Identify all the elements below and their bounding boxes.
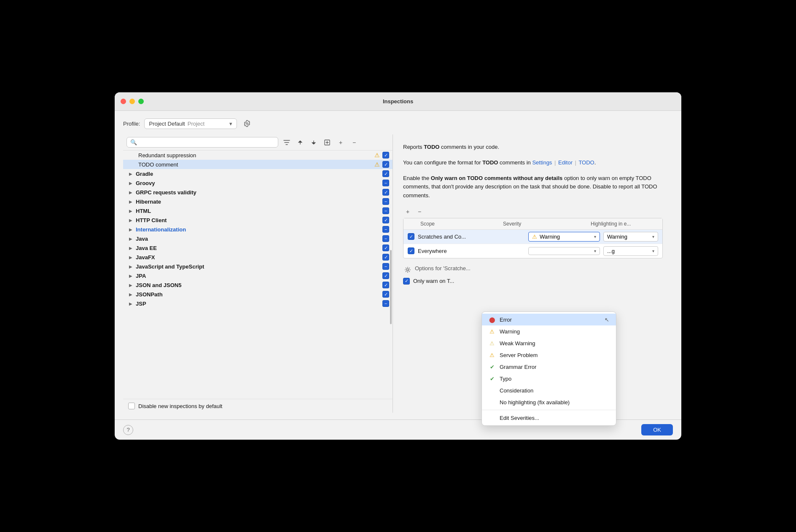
tree-item-gradle[interactable]: ▶ Gradle ✓ bbox=[123, 169, 393, 178]
only-warn-option: ✓ Only warn on T... bbox=[403, 278, 663, 285]
editor-link[interactable]: Editor bbox=[558, 159, 573, 166]
tree-item-jsp[interactable]: ▶ JSP − bbox=[123, 299, 393, 308]
grammar-error-icon: ✔ bbox=[489, 363, 495, 370]
item-label: JavaScript and TypeScript bbox=[136, 263, 380, 270]
item-checkbox[interactable]: ✓ bbox=[382, 245, 389, 251]
highlight-dropdown[interactable]: Warning ▾ bbox=[603, 232, 658, 242]
item-checkbox[interactable]: − bbox=[382, 263, 389, 270]
scope-table: Scope Severity Highlighting in e... ✓ Sc… bbox=[403, 218, 663, 258]
item-checkbox[interactable]: − bbox=[382, 226, 389, 233]
item-label: Gradle bbox=[136, 171, 380, 177]
expand-button[interactable] bbox=[322, 137, 332, 148]
tree-item-js-ts[interactable]: ▶ JavaScript and TypeScript − bbox=[123, 262, 393, 271]
disable-new-inspections-checkbox[interactable] bbox=[128, 403, 135, 409]
add-button[interactable]: + bbox=[336, 137, 346, 148]
ok-button[interactable]: OK bbox=[641, 424, 673, 435]
scope-settings-button[interactable] bbox=[403, 265, 412, 274]
severity-dropdown[interactable]: ⚠ Warning ▾ bbox=[528, 232, 600, 242]
item-checkbox[interactable]: ✓ bbox=[382, 291, 389, 298]
item-label: JavaFX bbox=[136, 254, 380, 261]
item-checkbox[interactable]: ✓ bbox=[382, 217, 389, 223]
item-checkbox[interactable]: ✓ bbox=[382, 254, 389, 261]
popup-item-server-problem[interactable]: ⚠ Server Problem bbox=[482, 349, 616, 361]
move-up-button[interactable] bbox=[295, 137, 305, 148]
remove-button[interactable]: − bbox=[349, 137, 359, 148]
maximize-button[interactable] bbox=[138, 99, 144, 104]
item-checkbox[interactable]: − bbox=[382, 235, 389, 242]
item-label: Java EE bbox=[136, 245, 380, 251]
popup-item-grammar-error[interactable]: ✔ Grammar Error bbox=[482, 361, 616, 373]
tree-item-javafx[interactable]: ▶ JavaFX ✓ bbox=[123, 253, 393, 262]
severity-dropdown-2[interactable]: ▾ bbox=[528, 247, 600, 255]
col-highlight: Highlighting in e... bbox=[591, 221, 658, 227]
tree-item-java[interactable]: ▶ Java − bbox=[123, 234, 393, 243]
tree-item-html[interactable]: ▶ HTML − bbox=[123, 206, 393, 215]
server-problem-icon: ⚠ bbox=[489, 352, 495, 358]
popup-item-weak-warning[interactable]: ⚠ Weak Warning bbox=[482, 337, 616, 349]
item-label: TODO comment bbox=[138, 161, 372, 168]
filter-button[interactable] bbox=[282, 137, 292, 148]
item-checkbox[interactable]: ✓ bbox=[382, 152, 389, 159]
item-label: JPA bbox=[136, 273, 380, 279]
item-checkbox[interactable]: − bbox=[382, 300, 389, 307]
chevron-right-icon: ▶ bbox=[128, 301, 133, 306]
severity-popup: ⬤ Error ↖ ⚠ Warning ⚠ Weak Warning ⚠ Ser… bbox=[481, 312, 616, 426]
close-button[interactable] bbox=[121, 99, 126, 104]
scrollbar-thumb[interactable] bbox=[390, 250, 392, 325]
inspection-tree[interactable]: Redundant suppression ⚠ ✓ TODO comment ⚠… bbox=[123, 150, 393, 399]
search-box[interactable]: 🔍 bbox=[126, 137, 278, 148]
popup-item-typo[interactable]: ✔ Typo bbox=[482, 373, 616, 384]
scope-remove-button[interactable]: − bbox=[415, 207, 424, 216]
tree-item-hibernate[interactable]: ▶ Hibernate − bbox=[123, 197, 393, 206]
tree-item-groovy[interactable]: ▶ Groovy − bbox=[123, 178, 393, 188]
description-text: Reports TODO comments in your code. bbox=[403, 143, 663, 152]
popup-item-consideration[interactable]: Consideration bbox=[482, 384, 616, 396]
tree-item-json[interactable]: ▶ JSON and JSON5 ✓ bbox=[123, 280, 393, 290]
tree-item-redundant-suppression[interactable]: Redundant suppression ⚠ ✓ bbox=[123, 150, 393, 160]
highlight-dropdown-2[interactable]: ...g ▾ bbox=[603, 246, 658, 256]
item-label: Groovy bbox=[136, 180, 380, 186]
move-down-button[interactable] bbox=[309, 137, 319, 148]
tree-item-i18n[interactable]: ▶ Internationalization − bbox=[123, 225, 393, 234]
chevron-right-icon: ▶ bbox=[128, 255, 133, 260]
tree-item-todo-comment[interactable]: TODO comment ⚠ ✓ bbox=[123, 160, 393, 169]
popup-item-warning[interactable]: ⚠ Warning bbox=[482, 325, 616, 337]
traffic-lights bbox=[121, 99, 144, 104]
settings-link[interactable]: Settings bbox=[532, 159, 552, 166]
item-checkbox[interactable]: ✓ bbox=[382, 170, 389, 177]
tree-item-jpa[interactable]: ▶ JPA ✓ bbox=[123, 271, 393, 280]
todo-link[interactable]: TODO bbox=[578, 159, 594, 166]
profile-select[interactable]: Project Default Project ▾ bbox=[144, 118, 237, 129]
only-warn-label: Only warn on T... bbox=[413, 278, 454, 284]
tree-item-http-client[interactable]: ▶ HTTP Client ✓ bbox=[123, 215, 393, 225]
scope-row-scratches[interactable]: ✓ Scratches and Co... ⚠ Warning ▾ Warnin… bbox=[403, 230, 662, 244]
minimize-button[interactable] bbox=[129, 99, 135, 104]
tree-item-java-ee[interactable]: ▶ Java EE ✓ bbox=[123, 243, 393, 253]
scope-row-checkbox[interactable]: ✓ bbox=[408, 233, 414, 240]
item-checkbox[interactable]: ✓ bbox=[382, 189, 389, 196]
profile-sub: Project bbox=[188, 121, 204, 127]
help-button[interactable]: ? bbox=[123, 425, 133, 435]
tree-item-grpc[interactable]: ▶ GRPC requests validity ✓ bbox=[123, 188, 393, 197]
search-input[interactable] bbox=[140, 139, 274, 145]
item-checkbox[interactable]: ✓ bbox=[382, 161, 389, 168]
popup-item-error[interactable]: ⬤ Error ↖ bbox=[482, 314, 616, 325]
col-severity: Severity bbox=[503, 221, 587, 227]
item-checkbox[interactable]: − bbox=[382, 198, 389, 205]
item-checkbox[interactable]: ✓ bbox=[382, 282, 389, 288]
item-checkbox[interactable]: − bbox=[382, 180, 389, 186]
item-checkbox[interactable]: − bbox=[382, 207, 389, 214]
only-warn-checkbox[interactable]: ✓ bbox=[403, 278, 410, 285]
profile-settings-button[interactable] bbox=[241, 118, 253, 129]
title-bar: Inspections bbox=[115, 92, 681, 111]
popup-item-edit-severities[interactable]: Edit Severities... bbox=[482, 412, 616, 424]
popup-item-no-highlight[interactable]: No highlighting (fix available) bbox=[482, 396, 616, 408]
scope-add-button[interactable]: + bbox=[403, 207, 412, 216]
scope-row-checkbox[interactable]: ✓ bbox=[408, 247, 414, 254]
chevron-right-icon: ▶ bbox=[128, 190, 133, 195]
tree-item-jsonpath[interactable]: ▶ JSONPath ✓ bbox=[123, 290, 393, 299]
scope-row-everywhere[interactable]: ✓ Everywhere ▾ ...g ▾ bbox=[403, 244, 662, 258]
chevron-right-icon: ▶ bbox=[128, 292, 133, 297]
item-checkbox[interactable]: ✓ bbox=[382, 272, 389, 279]
scrollbar[interactable] bbox=[389, 150, 393, 399]
